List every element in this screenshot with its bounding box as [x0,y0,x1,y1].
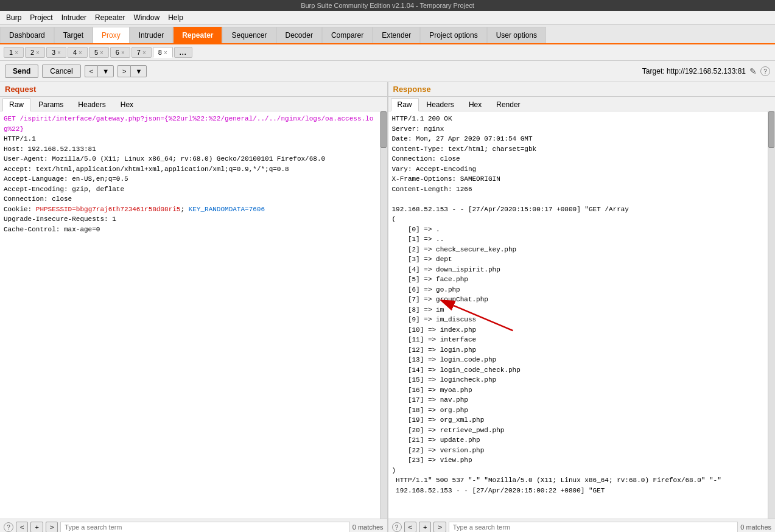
menu-help[interactable]: Help [164,12,187,23]
close-tab-5[interactable]: × [100,49,103,56]
rep-tab-1[interactable]: 1× [4,47,24,58]
send-button[interactable]: Send [5,65,38,78]
request-tab-headers[interactable]: Headers [71,98,112,111]
response-scrollbar[interactable] [768,111,775,519]
menu-repeater[interactable]: Repeater [91,12,128,23]
nav-next-group: > ▼ [117,65,147,77]
cancel-button[interactable]: Cancel [42,65,80,78]
request-header: Request [0,82,387,97]
tab-dashboard[interactable]: Dashboard [0,27,54,43]
request-scrollbar[interactable] [380,111,387,519]
response-search-prev[interactable]: < [404,522,416,532]
response-scroll-container: HTTP/1.1 200 OK Server: nginx Date: Mon,… [388,111,776,519]
response-search-next[interactable]: + [419,522,431,532]
tab-project-options[interactable]: Project options [420,27,486,43]
rep-tab-7[interactable]: 7× [132,47,152,58]
response-tab-hex[interactable]: Hex [462,98,488,111]
close-tab-3[interactable]: × [57,49,61,56]
title-bar: Burp Suite Community Edition v2.1.04 - T… [0,0,775,11]
menu-window[interactable]: Window [130,12,163,23]
tab-decoder[interactable]: Decoder [276,27,322,43]
main-content: Request Raw Params Headers Hex GET /ispi… [0,82,775,532]
close-tab-6[interactable]: × [121,49,125,56]
rep-tab-4[interactable]: 4× [68,47,88,58]
rep-tab-2[interactable]: 2× [25,47,45,58]
menu-intruder[interactable]: Intruder [58,12,90,23]
response-search-bar: ? < + > 0 matches [388,519,776,532]
menu-bar: Burp Project Intruder Repeater Window He… [0,11,775,25]
request-tab-params[interactable]: Params [32,98,70,111]
nav-next-button[interactable]: > [117,65,130,77]
tab-intruder[interactable]: Intruder [130,27,173,43]
response-panel: Response Raw Headers Hex Render HTTP/1.1… [388,82,776,532]
tab-user-options[interactable]: User options [487,27,546,43]
toolbar: Send Cancel < ▼ > ▼ Target: http://192.1… [0,61,775,82]
menu-project[interactable]: Project [26,12,56,23]
tab-proxy[interactable]: Proxy [93,27,130,43]
response-search-help[interactable]: ? [392,522,402,532]
response-tab-bar: Raw Headers Hex Render [388,97,776,111]
request-tab-hex[interactable]: Hex [114,98,140,111]
request-search-next[interactable]: + [30,522,43,532]
request-scroll-container: GET /ispirit/interface/gateway.php?json=… [0,111,387,519]
request-search-forward[interactable]: > [46,522,58,532]
close-tab-2[interactable]: × [36,49,40,56]
close-tab-8[interactable]: × [164,49,167,56]
rep-tab-6[interactable]: 6× [110,47,130,58]
response-scroll-thumb[interactable] [768,111,774,148]
svg-line-1 [454,306,513,331]
main-tab-bar: Dashboard Target Proxy Intruder Repeater… [0,25,775,44]
menu-burp[interactable]: Burp [2,12,25,23]
tab-target[interactable]: Target [54,27,93,43]
request-matches-label: 0 matches [352,523,384,531]
request-scroll-thumb[interactable] [380,111,387,148]
response-matches-label: 0 matches [740,523,771,531]
request-text-content[interactable]: GET /ispirit/interface/gateway.php?json=… [0,111,380,519]
target-text: Target: http://192.168.52.133:81 [642,67,746,75]
request-search-help[interactable]: ? [4,522,13,532]
request-panel: Request Raw Params Headers Hex GET /ispi… [0,82,388,532]
title-text: Burp Suite Community Edition v2.1.04 - T… [301,2,474,9]
request-search-input[interactable] [60,522,349,532]
rep-tab-3[interactable]: 3× [46,47,66,58]
request-tab-bar: Raw Params Headers Hex [0,97,387,111]
response-tab-render[interactable]: Render [489,98,527,111]
nav-next-down-button[interactable]: ▼ [130,65,147,77]
rep-tab-more[interactable]: ... [174,47,192,58]
request-search-bar: ? < + > 0 matches [0,519,387,532]
response-text-content[interactable]: HTTP/1.1 200 OK Server: nginx Date: Mon,… [388,111,768,519]
tab-extender[interactable]: Extender [373,27,420,43]
rep-tab-5[interactable]: 5× [89,47,109,58]
target-label: Target: http://192.168.52.133:81 ✎ ? [642,66,770,76]
tab-sequencer[interactable]: Sequencer [222,27,276,43]
repeater-tab-bar: 1× 2× 3× 4× 5× 6× 7× 8× ... [0,44,775,61]
response-tab-headers[interactable]: Headers [420,98,461,111]
nav-prev-down-button[interactable]: ▼ [97,65,114,77]
nav-prev-button[interactable]: < [85,65,97,77]
close-tab-7[interactable]: × [142,49,146,56]
nav-prev-group: < ▼ [85,65,114,77]
response-search-forward[interactable]: > [433,522,446,532]
request-search-prev[interactable]: < [16,522,28,532]
response-header: Response [388,82,776,97]
response-search-input[interactable] [449,522,738,532]
close-tab-4[interactable]: × [79,49,82,56]
tab-comparer[interactable]: Comparer [322,27,373,43]
help-target-icon[interactable]: ? [760,66,770,76]
tab-repeater[interactable]: Repeater [173,27,222,43]
annotation-arrow [388,111,768,519]
request-tab-raw[interactable]: Raw [2,98,30,111]
close-tab-1[interactable]: × [15,49,18,56]
response-tab-raw[interactable]: Raw [391,98,419,111]
edit-icon[interactable]: ✎ [749,66,757,76]
rep-tab-8[interactable]: 8× [153,47,173,58]
